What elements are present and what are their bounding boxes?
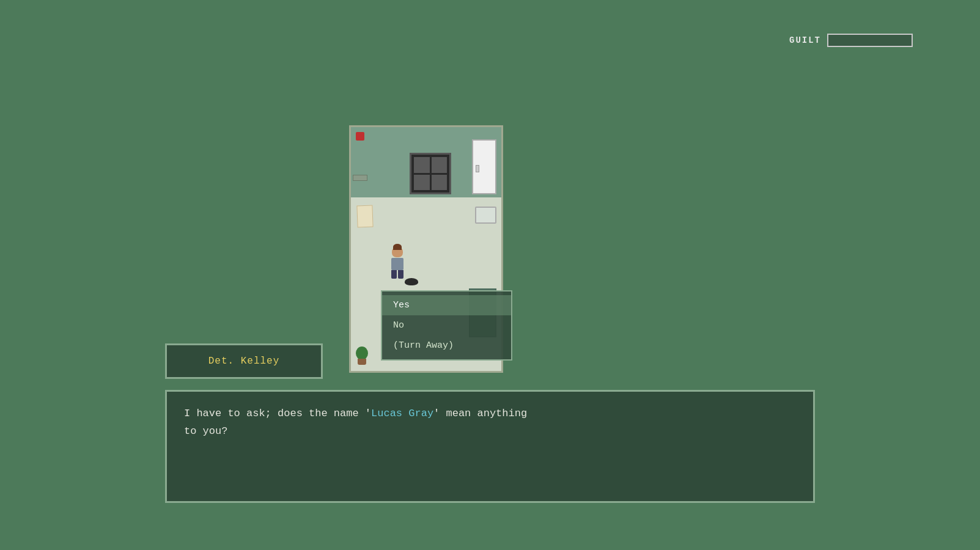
char-leg-left (391, 270, 397, 279)
room-door (472, 139, 496, 194)
choice-yes[interactable]: Yes (382, 295, 511, 315)
dialogue-before: I have to ask; does the name ' (184, 408, 371, 419)
dialogue-after: ' mean anything (433, 408, 527, 419)
wall-paper (356, 205, 373, 228)
window-pane (414, 157, 430, 173)
char-head (392, 246, 403, 257)
char-body (391, 258, 403, 270)
red-indicator (356, 132, 364, 141)
guilt-meter: GUILT (789, 34, 913, 47)
window-pane (432, 175, 448, 191)
choice-dialog: Yes No (Turn Away) (381, 290, 512, 361)
choice-no[interactable]: No (382, 315, 511, 336)
guilt-label: GUILT (789, 35, 821, 45)
speaker-box: Det. Kelley (165, 343, 323, 379)
plant (356, 346, 368, 365)
char-legs (391, 270, 403, 279)
plant-pot (358, 359, 366, 365)
dialogue-line2: to you? (184, 425, 227, 437)
dialogue-box: I have to ask; does the name 'Lucas Gray… (165, 390, 815, 503)
plant-leaves (356, 346, 368, 360)
room-window (410, 153, 451, 194)
cat (405, 278, 418, 285)
guilt-bar-outer (827, 34, 913, 47)
speaker-name: Det. Kelley (208, 356, 280, 367)
window-pane (414, 175, 430, 191)
dialogue-text: I have to ask; does the name 'Lucas Gray… (184, 405, 796, 441)
choice-turn-away[interactable]: (Turn Away) (382, 336, 511, 356)
char-hair (393, 244, 402, 250)
sink (475, 207, 496, 224)
char-leg-right (398, 270, 403, 279)
door-handle (476, 165, 479, 172)
player-character (389, 246, 406, 280)
window-pane (432, 157, 448, 173)
dialogue-highlight: Lucas Gray (371, 408, 433, 419)
vent (353, 175, 367, 181)
